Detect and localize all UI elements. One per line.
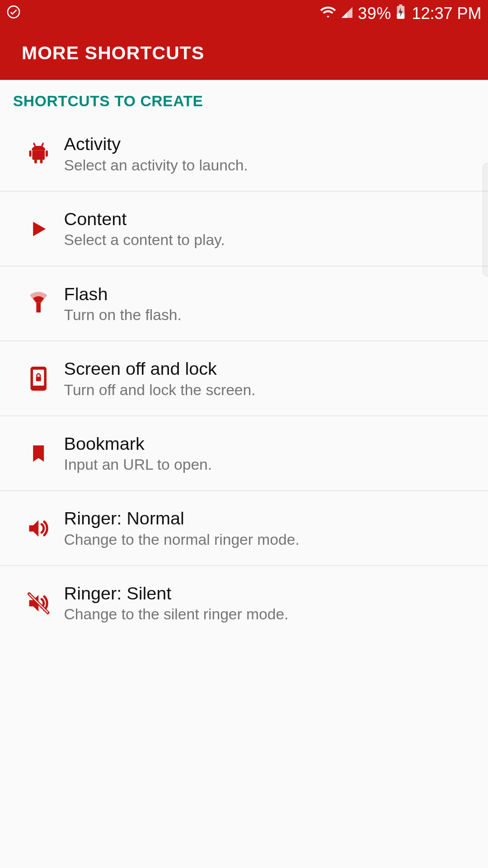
- list-item-bookmark[interactable]: Bookmark Input an URL to open.: [0, 416, 488, 491]
- phone-lock-icon: [13, 365, 64, 392]
- battery-percentage: 39%: [358, 5, 391, 23]
- item-title: Ringer: Normal: [64, 508, 475, 529]
- item-title: Content: [64, 208, 475, 229]
- list-item-flash[interactable]: Flash Turn on the flash.: [0, 266, 488, 341]
- item-title: Ringer: Silent: [64, 583, 475, 604]
- svg-rect-5: [29, 150, 32, 156]
- svg-point-0: [8, 6, 19, 18]
- list-item-ringer-normal[interactable]: Ringer: Normal Change to the normal ring…: [0, 491, 488, 566]
- svg-rect-12: [36, 377, 41, 381]
- shortcut-list: Activity Select an activity to launch. C…: [0, 117, 488, 641]
- item-subtitle: Select an activity to launch.: [64, 156, 475, 174]
- item-subtitle: Input an URL to open.: [64, 456, 475, 473]
- list-item-screen-lock[interactable]: Screen off and lock Turn off and lock th…: [0, 341, 488, 416]
- item-subtitle: Turn on the flash.: [64, 306, 475, 323]
- battery-charging-icon: [395, 4, 405, 23]
- scroll-handle[interactable]: [483, 163, 488, 277]
- status-bar: 39% 12:37 PM: [0, 0, 488, 27]
- list-item-content[interactable]: Content Select a content to play.: [0, 192, 488, 267]
- item-title: Bookmark: [64, 433, 475, 454]
- android-icon: [13, 142, 64, 166]
- list-item-activity[interactable]: Activity Select an activity to launch.: [0, 117, 488, 192]
- check-circle-icon: [6, 5, 20, 23]
- svg-rect-2: [399, 4, 402, 6]
- bookmark-icon: [13, 441, 64, 466]
- volume-off-icon: [13, 591, 64, 616]
- item-title: Activity: [64, 134, 475, 155]
- svg-rect-7: [34, 159, 37, 163]
- item-title: Flash: [64, 283, 475, 304]
- item-subtitle: Turn off and lock the screen.: [64, 381, 475, 398]
- play-icon: [13, 218, 64, 240]
- svg-rect-6: [46, 150, 48, 156]
- svg-rect-9: [36, 302, 41, 312]
- item-title: Screen off and lock: [64, 359, 475, 379]
- svg-rect-4: [32, 150, 45, 160]
- flashlight-icon: [13, 291, 64, 317]
- volume-icon: [13, 516, 64, 541]
- app-bar: MORE SHORTCUTS: [0, 27, 488, 80]
- item-subtitle: Change to the normal ringer mode.: [64, 531, 475, 548]
- wifi-icon: [320, 5, 336, 23]
- section-header: SHORTCUTS TO CREATE: [0, 80, 488, 117]
- item-subtitle: Select a content to play.: [64, 231, 475, 249]
- item-subtitle: Change to the silent ringer mode.: [64, 606, 475, 623]
- page-title: MORE SHORTCUTS: [22, 42, 466, 64]
- svg-rect-8: [40, 159, 43, 163]
- clock-time: 12:37 PM: [412, 5, 481, 23]
- list-item-ringer-silent[interactable]: Ringer: Silent Change to the silent ring…: [0, 566, 488, 641]
- signal-icon: [341, 5, 354, 23]
